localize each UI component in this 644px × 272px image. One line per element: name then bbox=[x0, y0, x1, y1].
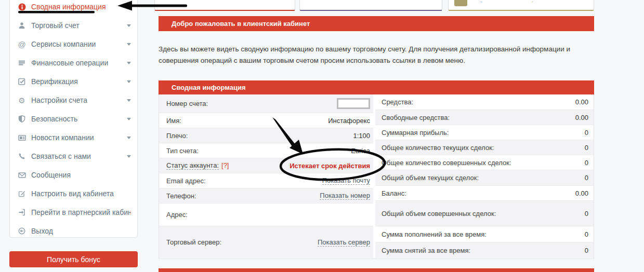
top-card-partner[interactable]: ., . bbox=[448, 0, 594, 11]
row-value: 0.00 bbox=[575, 189, 588, 197]
sidebar-item-7[interactable]: Безопасность bbox=[10, 110, 137, 128]
row-label[interactable]: Статус аккаунта: bbox=[166, 161, 219, 170]
sidebar-item-11[interactable]: Настроить вид кабинета bbox=[10, 184, 137, 203]
table-row: Свободные средства:0.00 bbox=[375, 110, 594, 125]
next-section-banner-partial bbox=[159, 268, 594, 272]
sidebar-item-label: Финансовые операции bbox=[31, 59, 108, 67]
row-value: 0 bbox=[585, 247, 588, 254]
row-label: Суммарная прибыль: bbox=[382, 129, 449, 137]
row-label: Свободные средства: bbox=[382, 114, 450, 121]
top-card-account[interactable] bbox=[154, 0, 295, 11]
row-label: Средства: bbox=[382, 98, 413, 106]
table-row: Тип счета:Eurica bbox=[159, 143, 373, 158]
row-label: Сумма снятий за все время: bbox=[382, 247, 470, 254]
row-label: Телефон: bbox=[166, 192, 196, 200]
row-value: Истекает срок действия bbox=[290, 162, 370, 170]
chevron-down-icon bbox=[127, 118, 131, 120]
get-bonus-button[interactable]: Получить бонус bbox=[9, 251, 138, 267]
sidebar-item-1[interactable]: Сводная информация bbox=[10, 0, 137, 16]
list-icon bbox=[18, 59, 26, 67]
sidebar-item-label: Новости компании bbox=[31, 133, 94, 142]
row-label: Общий объем текущих сделок: bbox=[382, 174, 479, 182]
row-label: Адрес: bbox=[166, 211, 188, 219]
row-value: Инстафорекс bbox=[328, 117, 370, 125]
row-label: Сумма пополнений за все время: bbox=[382, 230, 487, 238]
partner-text-fragment: ., bbox=[480, 0, 482, 3]
table-row: Плечо:1:100 bbox=[159, 128, 373, 143]
phone-icon bbox=[18, 152, 26, 160]
shield-icon bbox=[18, 115, 26, 123]
summary-table: Номер счета:Имя:ИнстафорексПлечо:1:100Ти… bbox=[159, 94, 594, 259]
sidebar-item-label: Перейти в партнерский кабинет bbox=[31, 208, 131, 216]
row-label: Плечо: bbox=[166, 132, 188, 140]
sidebar-item-13[interactable]: Выход bbox=[10, 222, 137, 240]
row-value: 0 bbox=[585, 230, 588, 238]
newspaper-icon bbox=[18, 133, 26, 142]
envelope-icon bbox=[18, 171, 26, 179]
chevron-down-icon bbox=[127, 24, 131, 27]
table-row: Суммарная прибыль:0 bbox=[375, 125, 594, 140]
summary-banner: Сводная информация bbox=[159, 80, 594, 94]
chevron-down-icon bbox=[127, 99, 131, 102]
user-icon bbox=[18, 21, 26, 30]
chevron-down-icon bbox=[127, 155, 131, 158]
redacted-account-number bbox=[337, 98, 370, 109]
sidebar-item-label: Выход bbox=[31, 227, 53, 235]
table-row: Общее количество совершенных сделок:0 bbox=[375, 155, 594, 170]
row-label: Email адрес: bbox=[166, 177, 206, 185]
top-card-referral-link[interactable]: www.ifxglobe.com/?x=PGRQ bbox=[299, 0, 442, 11]
row-label: Номер счета: bbox=[166, 100, 208, 107]
sidebar-item-label: Связаться с нами bbox=[31, 152, 91, 160]
sidebar-item-8[interactable]: Новости компании bbox=[10, 128, 137, 147]
edit-icon bbox=[18, 189, 26, 198]
summary-table-left: Номер счета:Имя:ИнстафорексПлечо:1:100Ти… bbox=[159, 94, 373, 259]
row-label: Общий объем совершенных сделок: bbox=[382, 210, 496, 217]
sidebar-item-6[interactable]: ⚙Настройки счета bbox=[10, 91, 137, 110]
table-row: Номер счета: bbox=[159, 94, 373, 113]
sidebar-item-label: Верификация bbox=[31, 77, 78, 86]
check-square-icon bbox=[18, 77, 26, 86]
chevron-down-icon bbox=[127, 80, 131, 83]
sidebar-item-label: Сервисы компании bbox=[31, 40, 96, 48]
intro-text: Здесь вы можете видеть сводную информаци… bbox=[159, 44, 581, 66]
reveal-link[interactable]: Показать сервер bbox=[318, 238, 370, 247]
sidebar-menu: Сводная информацияТорговый счет@Сервисы … bbox=[10, 0, 137, 240]
row-value: 0.00 bbox=[575, 98, 588, 106]
table-row: Общий объем текущих сделок:0 bbox=[375, 170, 594, 185]
sidebar: Сводная информацияТорговый счет@Сервисы … bbox=[9, 0, 138, 238]
row-value: 0 bbox=[585, 159, 588, 167]
sidebar-item-4[interactable]: Финансовые операции bbox=[10, 53, 137, 72]
info-icon bbox=[18, 3, 26, 11]
summary-table-right: Средства:0.00Свободные средства:0.00Сумм… bbox=[375, 94, 594, 259]
sidebar-item-12[interactable]: Перейти в партнерский кабинет bbox=[10, 203, 137, 222]
help-icon[interactable]: [?] bbox=[221, 161, 229, 169]
table-row: Сумма снятий за все время:0 bbox=[375, 242, 594, 258]
table-row: Общее количество текущих сделок:0 bbox=[375, 140, 594, 155]
reveal-link[interactable]: Показать номер bbox=[320, 192, 370, 200]
at-icon: @ bbox=[18, 40, 26, 48]
chevron-down-icon bbox=[127, 43, 131, 46]
row-value: 1:100 bbox=[353, 132, 370, 140]
table-row: Телефон:Показать номер bbox=[159, 188, 373, 203]
reveal-link[interactable]: Показать почту bbox=[322, 176, 370, 185]
sidebar-item-10[interactable]: Сообщения bbox=[10, 166, 137, 184]
row-value: Eurica bbox=[351, 147, 370, 155]
table-row: Баланс:0.00 bbox=[375, 185, 594, 200]
table-row: Средства:0.00 bbox=[375, 94, 594, 110]
chevron-down-icon bbox=[127, 62, 131, 64]
sidebar-item-2[interactable]: Торговый счет bbox=[10, 16, 137, 35]
table-row: Статус аккаунта:[?]Истекает срок действи… bbox=[159, 158, 373, 173]
sidebar-item-9[interactable]: Связаться с нами bbox=[10, 147, 137, 166]
table-row: Сумма пополнений за все время:0 bbox=[375, 226, 594, 242]
sidebar-item-label: Настроить вид кабинета bbox=[31, 189, 114, 198]
sidebar-item-5[interactable]: Верификация bbox=[10, 72, 137, 91]
logout-icon bbox=[18, 227, 26, 235]
sidebar-item-label: Торговый счет bbox=[31, 21, 80, 30]
sidebar-item-3[interactable]: @Сервисы компании bbox=[10, 35, 137, 53]
table-row: Торговый сервер:Показать сервер bbox=[159, 226, 373, 258]
table-row: Email адрес:Показать почту bbox=[159, 173, 373, 188]
row-value: 0 bbox=[585, 174, 588, 182]
row-label: Имя: bbox=[166, 117, 181, 125]
welcome-banner: Добро пожаловать в клиентский кабинет bbox=[159, 16, 594, 31]
chevron-down-icon bbox=[127, 137, 131, 139]
